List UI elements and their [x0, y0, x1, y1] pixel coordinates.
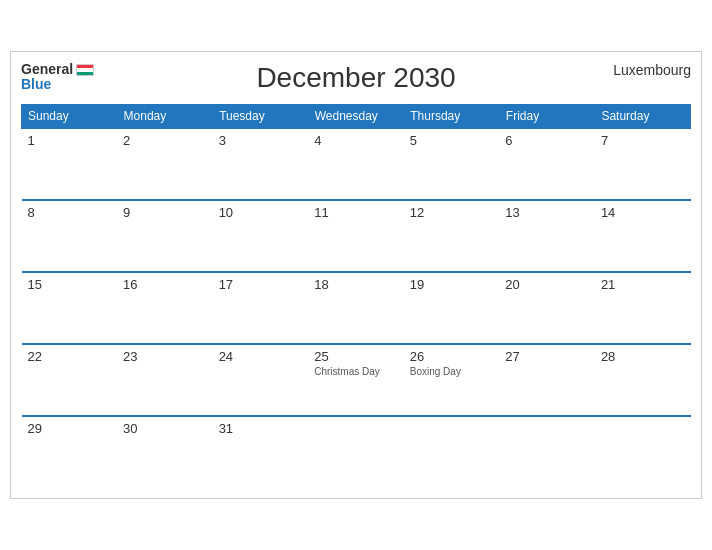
- day-number: 16: [123, 277, 207, 292]
- calendar-week-row: 1234567: [22, 128, 691, 200]
- header-wednesday: Wednesday: [308, 105, 404, 129]
- day-number: 20: [505, 277, 589, 292]
- calendar-day-cell: 18: [308, 272, 404, 344]
- calendar-week-row: 293031: [22, 416, 691, 488]
- calendar-day-cell: 5: [404, 128, 500, 200]
- calendar-day-cell: 3: [213, 128, 309, 200]
- calendar-day-cell: [499, 416, 595, 488]
- day-number: 3: [219, 133, 303, 148]
- day-number: 26: [410, 349, 494, 364]
- calendar-day-cell: 7: [595, 128, 691, 200]
- day-number: 1: [28, 133, 112, 148]
- header-tuesday: Tuesday: [213, 105, 309, 129]
- logo-blue-text: Blue: [21, 76, 51, 92]
- calendar-container: General Blue December 2030 Luxembourg Su…: [10, 51, 702, 499]
- day-number: 25: [314, 349, 398, 364]
- country-label: Luxembourg: [613, 62, 691, 78]
- header-friday: Friday: [499, 105, 595, 129]
- calendar-day-cell: 20: [499, 272, 595, 344]
- calendar-day-cell: [308, 416, 404, 488]
- calendar-day-cell: 24: [213, 344, 309, 416]
- weekday-header-row: Sunday Monday Tuesday Wednesday Thursday…: [22, 105, 691, 129]
- day-number: 29: [28, 421, 112, 436]
- calendar-day-cell: 19: [404, 272, 500, 344]
- day-number: 2: [123, 133, 207, 148]
- calendar-day-cell: 2: [117, 128, 213, 200]
- calendar-day-cell: 12: [404, 200, 500, 272]
- holiday-label: Christmas Day: [314, 366, 398, 377]
- calendar-day-cell: 16: [117, 272, 213, 344]
- day-number: 13: [505, 205, 589, 220]
- header-monday: Monday: [117, 105, 213, 129]
- calendar-day-cell: 22: [22, 344, 118, 416]
- day-number: 21: [601, 277, 685, 292]
- day-number: 7: [601, 133, 685, 148]
- day-number: 14: [601, 205, 685, 220]
- calendar-title: December 2030: [21, 62, 691, 94]
- calendar-day-cell: 4: [308, 128, 404, 200]
- day-number: 15: [28, 277, 112, 292]
- calendar-day-cell: 14: [595, 200, 691, 272]
- day-number: 17: [219, 277, 303, 292]
- calendar-day-cell: 27: [499, 344, 595, 416]
- calendar-day-cell: 23: [117, 344, 213, 416]
- calendar-day-cell: 30: [117, 416, 213, 488]
- day-number: 11: [314, 205, 398, 220]
- calendar-day-cell: 26Boxing Day: [404, 344, 500, 416]
- day-number: 30: [123, 421, 207, 436]
- calendar-day-cell: 21: [595, 272, 691, 344]
- calendar-day-cell: 11: [308, 200, 404, 272]
- calendar-day-cell: 10: [213, 200, 309, 272]
- header-saturday: Saturday: [595, 105, 691, 129]
- logo: General Blue: [21, 62, 94, 93]
- calendar-day-cell: 6: [499, 128, 595, 200]
- day-number: 6: [505, 133, 589, 148]
- holiday-label: Boxing Day: [410, 366, 494, 377]
- calendar-day-cell: 17: [213, 272, 309, 344]
- calendar-week-row: 891011121314: [22, 200, 691, 272]
- day-number: 8: [28, 205, 112, 220]
- day-number: 5: [410, 133, 494, 148]
- day-number: 24: [219, 349, 303, 364]
- day-number: 18: [314, 277, 398, 292]
- day-number: 4: [314, 133, 398, 148]
- calendar-day-cell: 9: [117, 200, 213, 272]
- day-number: 28: [601, 349, 685, 364]
- calendar-day-cell: 31: [213, 416, 309, 488]
- calendar-day-cell: 1: [22, 128, 118, 200]
- calendar-day-cell: 25Christmas Day: [308, 344, 404, 416]
- logo-general-text: General: [21, 62, 73, 77]
- day-number: 19: [410, 277, 494, 292]
- day-number: 27: [505, 349, 589, 364]
- day-number: 9: [123, 205, 207, 220]
- calendar-day-cell: [595, 416, 691, 488]
- calendar-day-cell: [404, 416, 500, 488]
- header-thursday: Thursday: [404, 105, 500, 129]
- header-sunday: Sunday: [22, 105, 118, 129]
- calendar-body: 1234567891011121314151617181920212223242…: [22, 128, 691, 488]
- day-number: 23: [123, 349, 207, 364]
- calendar-day-cell: 15: [22, 272, 118, 344]
- calendar-week-row: 15161718192021: [22, 272, 691, 344]
- calendar-day-cell: 28: [595, 344, 691, 416]
- calendar-day-cell: 8: [22, 200, 118, 272]
- calendar-header: General Blue December 2030 Luxembourg: [21, 62, 691, 94]
- day-number: 31: [219, 421, 303, 436]
- day-number: 22: [28, 349, 112, 364]
- calendar-day-cell: 13: [499, 200, 595, 272]
- calendar-day-cell: 29: [22, 416, 118, 488]
- calendar-table: Sunday Monday Tuesday Wednesday Thursday…: [21, 104, 691, 488]
- logo-flag-icon: [76, 64, 94, 76]
- day-number: 12: [410, 205, 494, 220]
- calendar-week-row: 22232425Christmas Day26Boxing Day2728: [22, 344, 691, 416]
- day-number: 10: [219, 205, 303, 220]
